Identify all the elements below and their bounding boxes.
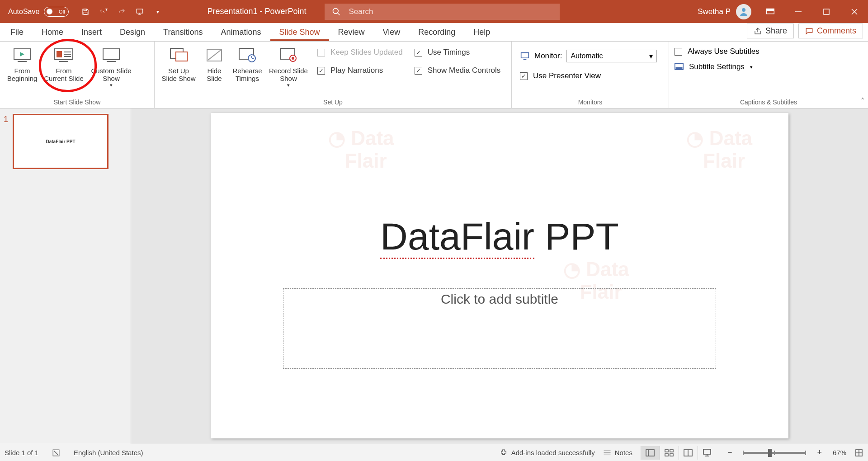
search-input[interactable]: Search [325, 4, 560, 20]
autosave-toggle[interactable]: AutoSave Off [0, 7, 77, 17]
svg-point-3 [333, 8, 338, 14]
chevron-down-icon: ▾ [110, 82, 113, 88]
zoom-in-button[interactable]: + [814, 448, 825, 457]
monitor-select[interactable]: Automatic▾ [566, 50, 657, 62]
keep-slides-updated-checkbox[interactable]: Keep Slides Updated [317, 48, 403, 57]
ribbon: From Beginning From Current Slide Custom… [0, 42, 868, 108]
group-label-set-up: Set Up [158, 99, 508, 107]
maximize-icon[interactable] [817, 3, 835, 21]
play-narrations-checkbox[interactable]: Play Narrations [317, 66, 403, 75]
document-title: Presentation1 - PowerPoint [207, 7, 306, 16]
rehearse-timings-label: Rehearse Timings [232, 67, 262, 82]
comments-button[interactable]: Comments [798, 24, 863, 38]
ribbon-collapse-icon[interactable]: ˄ [861, 97, 864, 105]
user-account[interactable]: Swetha P [698, 4, 751, 19]
comments-label: Comments [817, 26, 856, 36]
tab-animations[interactable]: Animations [212, 24, 270, 41]
tab-slide-show[interactable]: Slide Show [270, 24, 329, 41]
group-label-captions: Captions & Subtitles [673, 99, 864, 107]
tab-file[interactable]: File [1, 24, 33, 41]
slide-show-view-icon[interactable] [698, 446, 717, 460]
tab-design[interactable]: Design [111, 24, 154, 41]
svg-rect-47 [670, 454, 673, 456]
minimize-icon[interactable] [789, 3, 807, 21]
normal-view-icon[interactable] [641, 446, 660, 460]
subtitle-settings-icon [675, 63, 684, 71]
record-slide-show-button[interactable]: Record Slide Show ▾ [266, 44, 311, 88]
tab-review[interactable]: Review [329, 24, 374, 41]
menubar: File Home Insert Design Transitions Anim… [0, 23, 868, 42]
monitor-label: Monitor: [534, 52, 562, 61]
slide-title-word2: PPT [534, 215, 619, 258]
autosave-label: AutoSave [8, 8, 39, 16]
from-beginning-button[interactable]: From Beginning [4, 44, 41, 82]
hide-slide-icon [206, 46, 222, 64]
addins-status[interactable]: Add-ins loaded successfully [500, 449, 595, 457]
custom-slide-show-button[interactable]: Custom Slide Show ▾ [87, 44, 136, 88]
from-current-slide-label: From Current Slide [44, 67, 84, 82]
monitor-icon [520, 52, 530, 61]
qat-more-icon[interactable]: ▾ [154, 9, 162, 15]
svg-line-38 [54, 451, 58, 455]
hide-slide-button[interactable]: Hide Slide [200, 44, 229, 82]
zoom-percent[interactable]: 67% [833, 449, 846, 456]
svg-rect-2 [137, 9, 143, 13]
svg-rect-0 [84, 9, 87, 11]
slide-canvas[interactable]: ◔ Data Flair ◔ Data Flair ◔ Data Flair D… [211, 113, 788, 438]
present-icon[interactable] [136, 7, 144, 17]
setup-slide-show-icon [170, 46, 188, 64]
thumb-title: DataFlair PPT [46, 139, 75, 144]
zoom-out-button[interactable]: − [725, 448, 735, 457]
reading-view-icon[interactable] [679, 446, 698, 460]
tab-insert[interactable]: Insert [72, 24, 111, 41]
language-button[interactable]: English (United States) [74, 449, 143, 456]
ribbon-display-icon[interactable] [761, 3, 779, 21]
slide-sorter-view-icon[interactable] [660, 446, 679, 460]
slide-thumbnail-1[interactable]: DataFlair PPT [13, 114, 108, 169]
svg-rect-15 [57, 51, 62, 57]
slide-title[interactable]: DataFlair PPT [211, 215, 788, 259]
group-label-monitors: Monitors [515, 99, 665, 107]
tab-recording[interactable]: Recording [409, 24, 464, 41]
hide-slide-label: Hide Slide [207, 67, 222, 82]
undo-icon[interactable]: ▾ [99, 7, 108, 17]
rehearse-timings-button[interactable]: Rehearse Timings [230, 44, 265, 82]
accessibility-icon[interactable] [52, 449, 60, 457]
subtitle-settings-button[interactable]: Subtitle Settings ▾ [675, 62, 753, 71]
use-timings-checkbox[interactable]: Use Timings [415, 48, 501, 57]
save-icon[interactable] [81, 7, 90, 17]
record-slide-show-icon [279, 46, 297, 64]
tab-home[interactable]: Home [33, 24, 72, 41]
tab-transitions[interactable]: Transitions [154, 24, 212, 41]
share-button[interactable]: Share [747, 24, 794, 38]
always-use-subtitles-checkbox[interactable]: Always Use Subtitles [675, 47, 760, 56]
from-beginning-label: From Beginning [7, 67, 38, 82]
svg-rect-46 [665, 454, 668, 456]
use-presenter-view-checkbox[interactable]: Use Presenter View [515, 71, 601, 80]
from-current-slide-button[interactable]: From Current Slide [42, 44, 86, 82]
svg-rect-33 [521, 53, 529, 58]
notes-button[interactable]: Notes [603, 449, 632, 456]
tab-view[interactable]: View [374, 24, 410, 41]
setup-slide-show-label: Set Up Slide Show [161, 67, 195, 82]
tab-help[interactable]: Help [464, 24, 499, 41]
share-icon [754, 27, 762, 35]
group-label-start-slide-show: Start Slide Show [4, 99, 151, 107]
setup-slide-show-button[interactable]: Set Up Slide Show [158, 44, 199, 82]
from-current-slide-icon [54, 46, 74, 64]
addins-label: Add-ins loaded successfully [511, 449, 595, 456]
subtitle-placeholder-box[interactable]: Click to add subtitle [283, 288, 716, 369]
show-media-controls-checkbox[interactable]: Show Media Controls [415, 66, 501, 75]
svg-rect-44 [665, 450, 668, 452]
keep-slides-updated-label: Keep Slides Updated [330, 48, 403, 57]
redo-icon[interactable] [118, 7, 126, 17]
search-placeholder: Search [349, 7, 373, 16]
chevron-down-icon: ▾ [750, 64, 753, 70]
fit-to-window-icon[interactable] [854, 448, 863, 457]
titlebar: AutoSave Off ▾ ▾ Presentation1 - PowerPo… [0, 0, 868, 23]
close-icon[interactable] [845, 3, 863, 21]
search-icon [332, 7, 341, 16]
zoom-slider[interactable] [743, 452, 806, 454]
main-area: 1 DataFlair PPT ◔ Data Flair ◔ Data Flai… [0, 108, 868, 444]
svg-point-32 [292, 57, 294, 60]
